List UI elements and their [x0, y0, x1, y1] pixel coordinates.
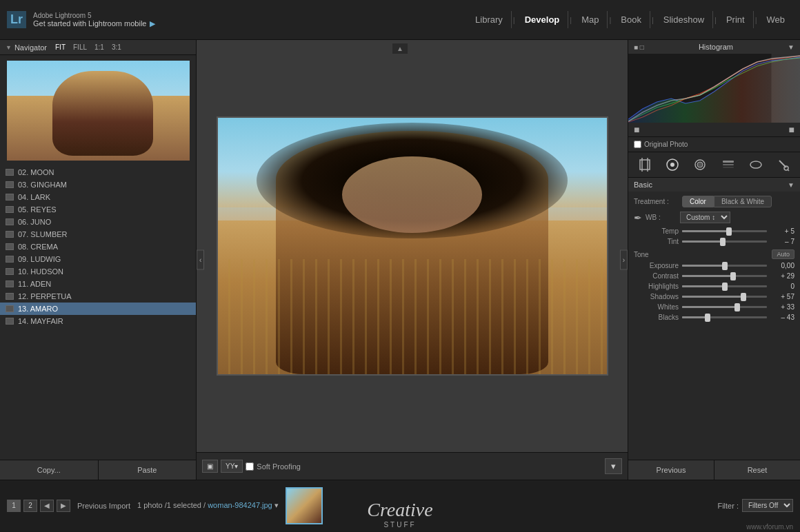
fit-btn-3-1[interactable]: 3:1 — [109, 43, 124, 52]
exposure-thumb[interactable] — [722, 262, 728, 270]
exposure-fill — [682, 265, 725, 267]
expand-btn[interactable]: ▾ — [605, 458, 622, 474]
left-panel-collapse[interactable]: ‹ — [197, 250, 204, 270]
preset-label: 12. PERPETUA — [18, 292, 72, 300]
whites-slider[interactable] — [682, 306, 767, 308]
temp-thumb[interactable] — [726, 227, 732, 236]
wb-select[interactable]: Custom ↕ — [680, 212, 730, 223]
whites-thumb[interactable] — [734, 303, 740, 311]
fit-btn-fill[interactable]: FILL — [70, 43, 90, 52]
preset-item[interactable]: 12. PERPETUA — [0, 290, 196, 303]
contrast-thumb[interactable] — [730, 272, 736, 280]
exposure-slider[interactable] — [682, 265, 767, 267]
highlights-thumb[interactable] — [722, 283, 728, 291]
histogram-dropdown[interactable]: ▼ — [788, 43, 794, 51]
nav-book[interactable]: Book — [612, 11, 650, 28]
shadow-clipping-icon[interactable]: ■ — [634, 124, 639, 135]
import-label: Previous Import — [77, 502, 130, 510]
reset-button[interactable]: Reset — [714, 460, 800, 480]
filmstrip-prev-btn[interactable]: ◀ — [40, 500, 54, 512]
basic-dropdown-icon[interactable]: ▼ — [788, 181, 794, 189]
view-mode-btn[interactable]: ▣ — [202, 460, 218, 473]
filmstrip-num1[interactable]: 1 — [7, 500, 21, 512]
nav-develop[interactable]: Develop — [517, 11, 569, 28]
adjustment-brush-tool[interactable] — [774, 156, 793, 173]
subtitle-arrow[interactable]: ▶ — [150, 19, 155, 28]
filmstrip-thumbnail[interactable] — [286, 487, 323, 524]
filter-select[interactable]: Filters Off — [742, 499, 793, 512]
nav-print[interactable]: Print — [718, 11, 754, 28]
preset-icon — [6, 305, 14, 312]
preset-item[interactable]: 07. SLUMBER — [0, 228, 196, 241]
exposure-label: Exposure — [634, 262, 679, 269]
contrast-slider[interactable] — [682, 275, 767, 277]
clipping-row: ■ ■ — [628, 123, 800, 137]
basic-panel-content: Treatment : Color Black & White ✒ WB : C… — [628, 192, 800, 460]
preset-item[interactable]: 09. LUDWIG — [0, 253, 196, 265]
soft-proofing-checkbox[interactable] — [246, 462, 254, 471]
nav-library[interactable]: Library — [467, 11, 512, 28]
filmstrip-num2[interactable]: 2 — [23, 500, 37, 512]
filename-dropdown[interactable]: ▾ — [274, 501, 279, 509]
preset-item[interactable]: 03. GINGHAM — [0, 178, 196, 191]
highlights-slider[interactable] — [682, 285, 767, 287]
fit-btn-1-1[interactable]: 1:1 — [92, 43, 107, 52]
contrast-fill — [682, 275, 733, 277]
eyedropper-icon[interactable]: ✒ — [634, 212, 642, 223]
filmstrip-next-btn[interactable]: ▶ — [57, 500, 70, 512]
tint-slider[interactable] — [682, 241, 767, 243]
auto-button[interactable]: Auto — [772, 249, 794, 259]
preset-item[interactable]: 10. HUDSON — [0, 265, 196, 278]
graduated-filter-tool[interactable] — [719, 156, 738, 173]
preset-icon — [6, 268, 14, 275]
photo-toolbar: ▣ YY▾ Soft Proofing ▾ — [197, 452, 628, 480]
paste-button[interactable]: Paste — [99, 460, 197, 480]
color-treatment-btn[interactable]: Color — [682, 196, 714, 207]
photo-filename[interactable]: woman-984247.jpg — [208, 501, 272, 509]
bw-treatment-btn[interactable]: Black & White — [714, 196, 772, 207]
filmstrip: 1 2 ◀ ▶ Previous Import 1 photo /1 selec… — [0, 480, 800, 531]
svg-rect-2 — [772, 54, 801, 123]
svg-rect-3 — [640, 160, 650, 170]
nav-map[interactable]: Map — [573, 11, 608, 28]
nav-slideshow[interactable]: Slideshow — [655, 11, 713, 28]
right-panel-collapse[interactable]: › — [620, 250, 628, 270]
brand-area: Creative STUFF — [367, 499, 432, 529]
spot-removal-tool[interactable] — [663, 156, 682, 173]
nav-web[interactable]: Web — [759, 11, 794, 28]
fit-btn-fit[interactable]: FIT — [52, 43, 68, 52]
preset-item[interactable]: 11. ADEN — [0, 278, 196, 290]
main-photo-container[interactable] — [212, 108, 612, 384]
previous-button[interactable]: Previous — [628, 460, 714, 480]
top-collapse-arrow[interactable]: ▲ — [392, 43, 408, 54]
preset-item[interactable]: 08. CREMA — [0, 241, 196, 253]
shadows-slider[interactable] — [682, 296, 767, 298]
preset-item[interactable]: 04. LARK — [0, 191, 196, 203]
preset-label: 02. MOON — [18, 168, 54, 176]
lr-logo: Lr — [7, 11, 26, 28]
preset-icon — [6, 280, 14, 287]
temp-row: Temp + 5 — [634, 227, 794, 235]
radial-filter-tool[interactable] — [746, 156, 766, 173]
soft-proofing-label[interactable]: Soft Proofing — [246, 462, 301, 471]
preset-item[interactable]: 06. JUNO — [0, 216, 196, 228]
preset-item[interactable]: 14. MAYFAIR — [0, 315, 196, 327]
original-photo-checkbox[interactable] — [634, 141, 641, 148]
crop-tool[interactable] — [635, 156, 654, 173]
preset-item[interactable]: 02. MOON — [0, 166, 196, 178]
copy-button[interactable]: Copy... — [0, 460, 99, 480]
color-label-btn[interactable]: YY▾ — [221, 460, 243, 473]
tint-value: – 7 — [770, 238, 794, 245]
blacks-thumb[interactable] — [705, 314, 710, 322]
highlight-clipping-icon[interactable]: ■ — [789, 124, 794, 135]
blacks-slider[interactable] — [682, 316, 767, 318]
shadows-thumb[interactable] — [741, 293, 746, 301]
red-eye-tool[interactable] — [690, 156, 710, 173]
temp-slider[interactable] — [682, 230, 767, 232]
contrast-label: Contrast — [634, 272, 679, 280]
tint-thumb[interactable] — [720, 238, 726, 246]
svg-rect-10 — [723, 161, 734, 163]
preset-item-amaro[interactable]: 13. AMARO — [0, 303, 196, 315]
histogram-area — [628, 54, 800, 123]
preset-item[interactable]: 05. REYES — [0, 203, 196, 216]
